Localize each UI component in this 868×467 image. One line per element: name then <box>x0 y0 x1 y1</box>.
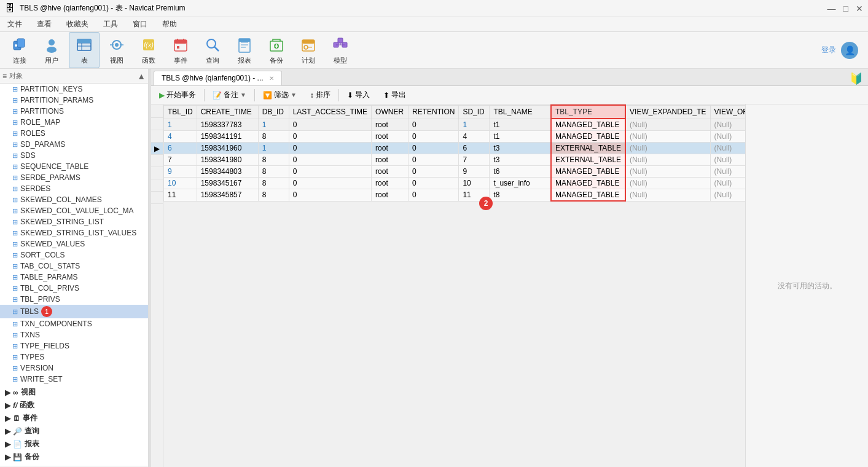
main-layout: ≡ 对象 ▲ ⊞ PARTITION_KEYS ⊞ PARTITION_PARA… <box>0 69 868 467</box>
sidebar-item-roles[interactable]: ⊞ ROLES <box>0 128 148 139</box>
sidebar-item-txn-components[interactable]: ⊞ TXN_COMPONENTS <box>0 318 148 329</box>
toolbar-connect[interactable]: 连接 <box>5 33 34 68</box>
sidebar-item-partitions[interactable]: ⊞ PARTITIONS <box>0 106 148 117</box>
toolbar-user[interactable]: 用户 <box>37 33 66 68</box>
sort-btn[interactable]: ↕ 排序 <box>305 87 336 103</box>
sidebar-item-write-set[interactable]: ⊞ WRITE_SET <box>0 374 148 385</box>
sidebar-item-sd-params[interactable]: ⊞ SD_PARAMS <box>0 139 148 150</box>
sidebar-item-version[interactable]: ⊞ VERSION <box>0 363 148 374</box>
login-label[interactable]: 登录 <box>821 45 836 55</box>
tab-tbls[interactable]: TBLS @hive (qianfeng001) - ... ✕ <box>154 71 282 85</box>
sidebar-item-types[interactable]: ⊞ TYPES <box>0 351 148 363</box>
toolbar-func[interactable]: f(x) 函数 <box>134 33 163 68</box>
toolbar-report[interactable]: 报表 <box>230 33 259 68</box>
section-func[interactable]: ▶ f/ 函数 <box>0 399 148 412</box>
section-backup[interactable]: ▶ 💾 备份 <box>0 450 148 463</box>
col-sd-id[interactable]: SD_ID <box>459 105 490 119</box>
tab-close-icon[interactable]: ✕ <box>269 75 274 82</box>
menu-file[interactable]: 文件 <box>5 18 25 31</box>
menu-favorites[interactable]: 收藏夹 <box>64 18 91 31</box>
sidebar-item-table-params[interactable]: ⊞ TABLE_PARAMS <box>0 272 148 283</box>
sidebar-item-tab-col-stats[interactable]: ⊞ TAB_COL_STATS <box>0 261 148 272</box>
toolbar-plan[interactable]: 计划 <box>294 33 323 68</box>
import-btn[interactable]: ⬇ 导入 <box>342 87 375 103</box>
section-event[interactable]: ▶ 🗓 事件 <box>0 412 148 425</box>
col-owner[interactable]: OWNER <box>372 105 409 119</box>
navicat-icon[interactable]: 🔰 <box>850 72 863 85</box>
col-tbl-name[interactable]: TBL_NAME <box>490 105 551 119</box>
sidebar-item-label: SKEWED_STRING_LIST <box>20 218 104 226</box>
sidebar-toolbar: ≡ 对象 ▲ <box>0 69 148 84</box>
cell-owner: root <box>372 154 409 166</box>
sidebar-collapse-btn[interactable]: ▲ <box>137 71 146 81</box>
sidebar-item-sequence-table[interactable]: ⊞ SEQUENCE_TABLE <box>0 161 148 172</box>
toolbar-query[interactable]: 查询 <box>198 33 227 68</box>
col-retention[interactable]: RETENTION <box>409 105 459 119</box>
start-tx-btn[interactable]: ▶ 开始事务 <box>154 87 201 103</box>
table-row: 7 1598341980 8 0 root 0 7 t3 EXTERNAL_TA… <box>164 154 746 166</box>
sidebar-item-label: VERSION <box>20 364 53 372</box>
menu-help[interactable]: 帮助 <box>160 18 179 31</box>
data-table-wrapper[interactable]: TBL_ID CREATE_TIME DB_ID LAST_ACCESS_TIM… <box>163 104 745 467</box>
toolbar-view[interactable]: 视图 <box>102 33 131 68</box>
note-label: 备注 <box>224 90 238 100</box>
cell-db-id: 8 <box>258 154 289 166</box>
menu-view[interactable]: 查看 <box>34 18 54 31</box>
col-view-original[interactable]: VIEW_ORIGINAL_TEX <box>710 105 745 119</box>
col-db-id[interactable]: DB_ID <box>258 105 289 119</box>
toolbar-model[interactable]: 模型 <box>326 33 355 68</box>
sidebar-item-skewed-values[interactable]: ⊞ SKEWED_VALUES <box>0 238 148 249</box>
sidebar-item-type-fields[interactable]: ⊞ TYPE_FIELDS <box>0 340 148 351</box>
sidebar-item-skewed-string-list[interactable]: ⊞ SKEWED_STRING_LIST <box>0 216 148 227</box>
section-report[interactable]: ▶ 📄 报表 <box>0 438 148 450</box>
section-view[interactable]: ▶ ∞ 视图 <box>0 386 148 399</box>
sidebar-item-tbl-privs[interactable]: ⊞ TBL_PRIVS <box>0 294 148 305</box>
window-controls[interactable]: — □ ✕ <box>827 4 863 14</box>
menu-tools[interactable]: 工具 <box>101 18 120 31</box>
sidebar-item-skewed-string-list-values[interactable]: ⊞ SKEWED_STRING_LIST_VALUES <box>0 227 148 238</box>
sidebar-item-skewed-col-names[interactable]: ⊞ SKEWED_COL_NAMES <box>0 194 148 205</box>
col-tbl-id[interactable]: TBL_ID <box>164 105 197 119</box>
sidebar-item-tbl-col-privs[interactable]: ⊞ TBL_COL_PRIVS <box>0 283 148 294</box>
sidebar-item-role-map[interactable]: ⊞ ROLE_MAP <box>0 117 148 128</box>
menu-window[interactable]: 窗口 <box>130 18 150 31</box>
cell-view-expanded: (Null) <box>625 143 710 154</box>
sidebar-item-partition-params[interactable]: ⊞ PARTITION_PARAMS <box>0 95 148 106</box>
sidebar-item-label: TYPES <box>20 353 44 361</box>
minimize-btn[interactable]: — <box>827 4 836 14</box>
close-btn[interactable]: ✕ <box>856 4 863 14</box>
sidebar-item-partition-keys[interactable]: ⊞ PARTITION_KEYS <box>0 84 148 95</box>
sidebar-item-tbls[interactable]: ⊞ TBLS 1 <box>0 305 148 318</box>
col-last-access[interactable]: LAST_ACCESS_TIME <box>289 105 371 119</box>
row-num-2 <box>151 130 163 143</box>
col-create-time[interactable]: CREATE_TIME <box>197 105 258 119</box>
table-item-icon: ⊞ <box>12 331 18 339</box>
sidebar-item-skewed-col-value-loc[interactable]: ⊞ SKEWED_COL_VALUE_LOC_MA <box>0 205 148 216</box>
model-label: 模型 <box>334 56 347 65</box>
toolbar-backup[interactable]: 备份 <box>262 33 291 68</box>
sidebar-item-txns[interactable]: ⊞ TXNS <box>0 329 148 340</box>
table-item-icon: ⊞ <box>12 85 18 93</box>
sidebar-item-sds[interactable]: ⊞ SDS <box>0 150 148 161</box>
toolbar-event[interactable]: 事件 <box>166 33 195 68</box>
maximize-btn[interactable]: □ <box>843 4 848 14</box>
cell-tbl-name: t_user_info <box>490 178 551 189</box>
toolbar-table[interactable]: 表 <box>69 32 100 68</box>
note-dropdown[interactable]: ▼ <box>240 92 246 98</box>
row-num-6 <box>151 179 163 192</box>
table-item-icon: ⊞ <box>12 108 18 116</box>
section-query[interactable]: ▶ 🔎 查询 <box>0 425 148 438</box>
filter-btn[interactable]: 🔽 筛选 ▼ <box>257 87 302 103</box>
col-view-expanded[interactable]: VIEW_EXPANDED_TE <box>625 105 710 119</box>
svg-point-3 <box>49 39 55 45</box>
col-tbl-type[interactable]: TBL_TYPE <box>551 105 625 119</box>
note-btn[interactable]: 📝 备注 ▼ <box>207 87 252 103</box>
plan-label: 计划 <box>302 56 315 65</box>
cell-create-time: 1598345857 <box>197 189 258 202</box>
filter-dropdown[interactable]: ▼ <box>291 92 297 98</box>
sidebar-item-serde-params[interactable]: ⊞ SERDE_PARAMS <box>0 172 148 183</box>
sidebar-item-label: SKEWED_COL_VALUE_LOC_MA <box>20 206 134 215</box>
export-btn[interactable]: ⬆ 导出 <box>378 87 412 103</box>
sidebar-item-sort-cols[interactable]: ⊞ SORT_COLS <box>0 249 148 261</box>
sidebar-item-serdes[interactable]: ⊞ SERDES <box>0 183 148 194</box>
